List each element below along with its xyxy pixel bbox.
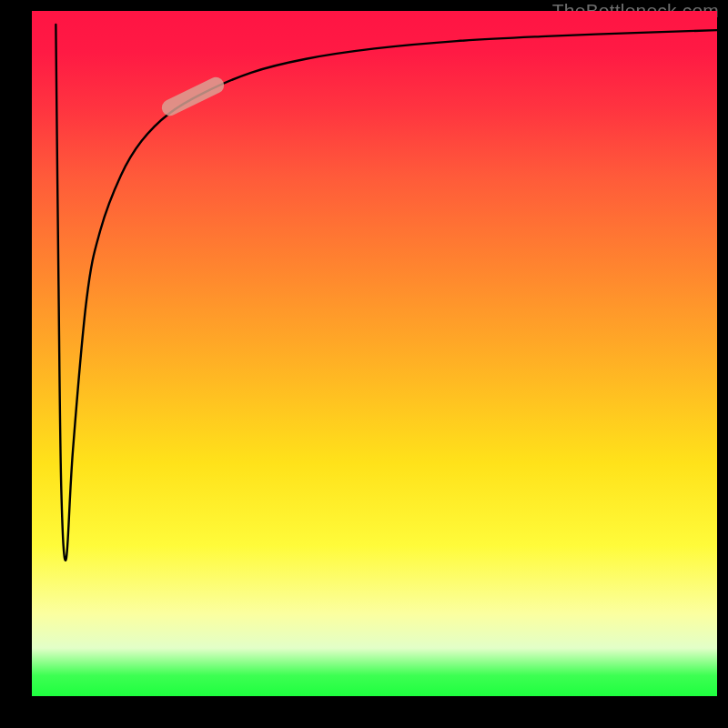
bottleneck-curve [56, 25, 717, 561]
chart-container: TheBottleneck.com [0, 0, 728, 728]
curve-layer [32, 11, 717, 696]
plot-area [32, 11, 717, 696]
